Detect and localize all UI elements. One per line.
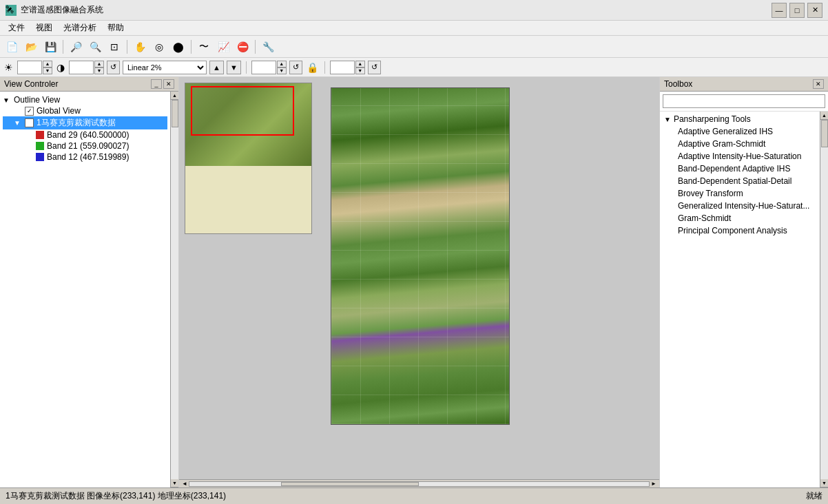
pan-button[interactable]: ✋	[131, 38, 149, 56]
rotation-input[interactable]: 0	[330, 61, 355, 74]
close-button[interactable]: ✕	[807, 3, 822, 18]
rotation-reset-button[interactable]: ↺	[368, 61, 381, 74]
toolbox-item-5[interactable]: Brovey Transform	[661, 187, 818, 200]
main-image-container	[331, 87, 510, 425]
scroll-up-arrow[interactable]: ▲	[171, 92, 179, 100]
stretch-mode-select[interactable]: Linear 2% Linear Histogram Equalize Squa…	[123, 61, 207, 74]
zoom-fit-button[interactable]: ⊡	[105, 38, 123, 56]
global-view-checkbox[interactable]	[25, 107, 34, 116]
save-button[interactable]: 💾	[41, 38, 59, 56]
menu-view[interactable]: 视图	[30, 21, 58, 35]
ellipse-tool[interactable]: ⬤	[169, 38, 187, 56]
zoom-reset-button[interactable]: ↺	[289, 61, 302, 74]
dataset-expand-icon[interactable]: ▼	[14, 119, 22, 127]
rotation-control: 0 ▲ ▼	[330, 61, 365, 74]
wave-tool[interactable]: 〜	[195, 38, 213, 56]
toolbox-item-7[interactable]: Gram-Schmidt	[661, 212, 818, 224]
zoom-out-button[interactable]: 🔍	[86, 38, 104, 56]
dataset-label: 1马赛克剪裁测试数据	[37, 117, 116, 129]
toolbox-item-0[interactable]: Adaptive Generalized IHS	[661, 125, 818, 138]
brightness-icon: ☀	[3, 61, 14, 74]
open-button[interactable]: 📂	[22, 38, 40, 56]
toolbox-item-3[interactable]: Band-Dependent Adaptive IHS	[661, 162, 818, 175]
left-panel-scrollbar[interactable]: ▲ ▼	[170, 92, 178, 487]
rotation-up[interactable]: ▲	[355, 61, 365, 67]
contrast-input[interactable]: 20	[69, 61, 94, 74]
global-view-label: Global View	[37, 106, 81, 116]
toolbar-sep-3	[191, 40, 192, 54]
tree-outline-view[interactable]: ▼ Outline View	[3, 94, 167, 105]
dataset-checkbox[interactable]	[25, 118, 34, 127]
right-scroll-track[interactable]	[821, 120, 828, 479]
band-12-label: Band 12 (467.519989)	[47, 152, 129, 162]
view-content[interactable]	[179, 77, 659, 479]
contrast-spinner[interactable]: ▲ ▼	[94, 61, 104, 74]
brightness-control: 30 ▲ ▼	[17, 61, 52, 74]
toolbox-item-2[interactable]: Adaptive Intensity-Hue-Saturation	[661, 150, 818, 162]
rotation-down[interactable]: ▼	[355, 67, 365, 74]
brightness-down[interactable]: ▼	[43, 67, 52, 74]
tree-dataset[interactable]: ▼ 1马赛克剪裁测试数据	[3, 116, 167, 129]
band-12-color	[36, 153, 44, 161]
pansharpening-label: Pansharpening Tools	[674, 114, 751, 124]
toolbox-content: ▼ Pansharpening Tools Adaptive Generaliz…	[660, 112, 820, 487]
zoom-in-button[interactable]: 🔎	[67, 38, 85, 56]
rotation-spinner[interactable]: ▲ ▼	[355, 61, 365, 74]
left-panel: View Controler _ ✕ ▼ Outline View Global…	[0, 77, 179, 487]
right-scroll-up[interactable]: ▲	[820, 112, 829, 120]
h-scroll-thumb[interactable]	[281, 482, 419, 486]
h-scrollbar[interactable]: ◄ ►	[179, 479, 659, 487]
scroll-thumb[interactable]	[172, 100, 178, 127]
menu-file[interactable]: 文件	[3, 21, 30, 35]
zoom-down[interactable]: ▼	[277, 67, 287, 74]
menu-spectral[interactable]: 光谱分析	[58, 21, 102, 35]
h-scroll-track[interactable]	[189, 481, 650, 487]
stretch-down-button[interactable]: ▼	[227, 61, 241, 74]
right-scroll-down[interactable]: ▼	[820, 479, 829, 487]
menu-help[interactable]: 帮助	[102, 21, 130, 35]
outline-expand-icon[interactable]: ▼	[3, 96, 11, 104]
tree-band-12[interactable]: Band 12 (467.519989)	[3, 151, 167, 162]
brightness-up[interactable]: ▲	[43, 61, 52, 67]
main-content: View Controler _ ✕ ▼ Outline View Global…	[0, 77, 828, 487]
toolbox-search-input[interactable]	[663, 94, 825, 108]
panel-minimize-button[interactable]: _	[151, 79, 162, 89]
panel-close-button[interactable]: ✕	[163, 79, 174, 89]
scroll-down-arrow[interactable]: ▼	[171, 479, 179, 487]
refresh-stretch-button[interactable]: ↺	[107, 61, 120, 74]
scroll-left-arrow[interactable]: ◄	[180, 481, 189, 487]
toolbox-item-8[interactable]: Principal Component Analysis	[661, 224, 818, 237]
toolbox-item-6[interactable]: Generalized Intensity-Hue-Saturat...	[661, 200, 818, 212]
tree-band-29[interactable]: Band 29 (640.500000)	[3, 129, 167, 140]
brightness-input[interactable]: 30	[17, 61, 42, 74]
contrast-up[interactable]: ▲	[94, 61, 104, 67]
no-tool[interactable]: ⛔	[234, 38, 251, 56]
chart-tool[interactable]: 📈	[214, 38, 232, 56]
scroll-right-arrow[interactable]: ►	[650, 481, 658, 487]
toolbox-close-button[interactable]: ✕	[813, 79, 824, 89]
right-panel-scrollbar[interactable]: ▲ ▼	[820, 112, 828, 487]
circle-tool[interactable]: ◎	[150, 38, 168, 56]
stretch-apply-button[interactable]: ▲	[209, 61, 224, 74]
toolbox-item-4[interactable]: Band-Dependent Spatial-Detail	[661, 175, 818, 187]
zoom-input[interactable]: 10	[251, 61, 276, 74]
contrast-down[interactable]: ▼	[94, 67, 104, 74]
app-icon: 🛰	[6, 5, 17, 16]
scroll-track[interactable]	[172, 100, 178, 479]
toolbox-item-1[interactable]: Adaptive Gram-Schmidt	[661, 138, 818, 150]
zoom-control: 10 ▲ ▼	[251, 61, 287, 74]
zoom-spinner[interactable]: ▲ ▼	[277, 61, 287, 74]
right-scroll-thumb[interactable]	[821, 120, 828, 147]
minimize-button[interactable]: —	[772, 3, 787, 18]
tree-global-view[interactable]: Global View	[3, 105, 167, 116]
pansharpening-category[interactable]: ▼ Pansharpening Tools	[661, 113, 818, 125]
zoom-up[interactable]: ▲	[277, 61, 287, 67]
toolbar2-sep-1	[246, 61, 247, 74]
category-expand-icon: ▼	[664, 116, 671, 123]
new-button[interactable]: 📄	[3, 38, 21, 56]
maximize-button[interactable]: □	[789, 3, 805, 18]
brightness-spinner[interactable]: ▲ ▼	[43, 61, 52, 74]
tree-band-21[interactable]: Band 21 (559.090027)	[3, 140, 167, 151]
settings-tool[interactable]: 🔧	[259, 38, 277, 56]
outline-view-label: Outline View	[14, 95, 60, 105]
